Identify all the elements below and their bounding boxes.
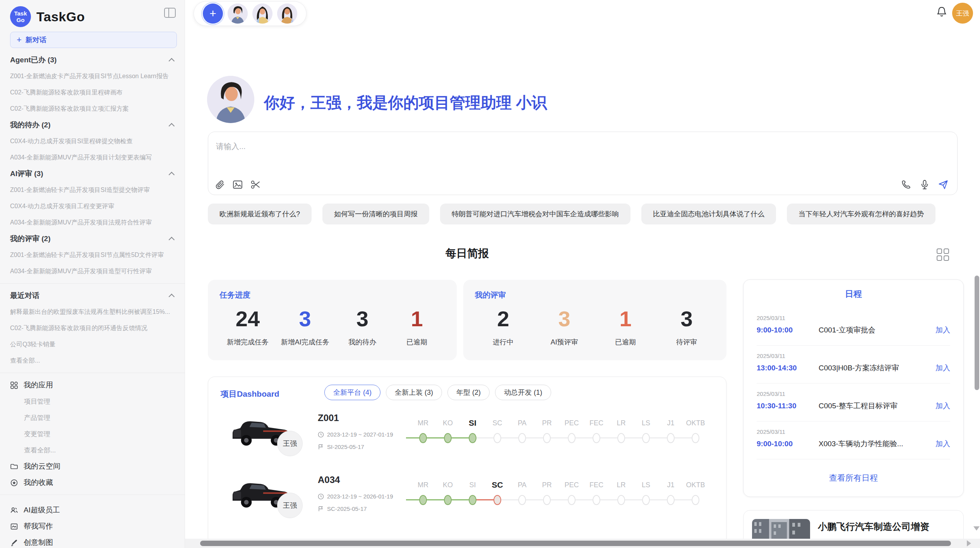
event-date: 2025/03/11 (757, 353, 950, 359)
event-time: 13:00-14:30 (757, 364, 819, 372)
sidebar-section-header[interactable]: 我的待办 (2) (10, 117, 177, 133)
stat-label: AI预评审 (543, 337, 586, 347)
sidebar-item[interactable]: 解释最新出台的欧盟报废车法规再生塑料比例被调至15%... (10, 304, 177, 320)
project-owner-avatar: 王强 (277, 431, 303, 456)
sidebar-item[interactable]: Z001-全新燃油轻卡产品开发项目SI造型提交物评审 (10, 182, 177, 198)
notification-bell-icon[interactable] (936, 6, 947, 19)
milestone-dot (469, 433, 476, 443)
stat-label: 待评审 (665, 337, 708, 347)
milestone: PR (535, 480, 559, 505)
milestone-dot (518, 495, 526, 505)
scroll-right-arrow[interactable] (967, 540, 971, 546)
project-row[interactable]: 王强 A034 2023-12-19 ~ 2026-01-19 SC-2025-… (208, 474, 727, 536)
milestone-label: SI (460, 418, 485, 428)
sidebar-app-item[interactable]: 产品管理 (10, 409, 177, 426)
milestone-label: PR (535, 480, 559, 490)
horizontal-scrollbar-thumb[interactable] (200, 541, 951, 546)
layout-grid-icon[interactable] (937, 248, 950, 262)
sidebar-app-item[interactable]: 变更管理 (10, 426, 177, 442)
agent-avatar-3[interactable] (277, 3, 297, 24)
sidebar-section-header[interactable]: 最近对话 (10, 288, 177, 304)
dashboard-filter-tab[interactable]: 动总开发 (1) (495, 385, 551, 400)
new-chat-button[interactable]: + 新对话 (10, 32, 177, 48)
assistant-avatar (207, 76, 254, 123)
sidebar-item-my-apps[interactable]: 我的应用 (10, 377, 177, 393)
sidebar-item[interactable]: C0X4-动力总成开发项目工程变更评审 (10, 198, 177, 214)
stat: 3 新增AI完成任务 (281, 307, 329, 347)
stat: 1 已逾期 (396, 307, 438, 347)
event-join-link[interactable]: 加入 (935, 325, 950, 335)
milestone: J1 (658, 418, 683, 443)
view-all-schedule-link[interactable]: 查看所有日程 (757, 473, 950, 483)
sidebar-item-ai-super-staff[interactable]: AI超级员工 (10, 502, 177, 518)
suggestion-chip[interactable]: 特朗普可能对进口汽车增税会对中国车企造成哪些影响 (440, 204, 630, 224)
sidebar-item-creative-drawing[interactable]: 创意制图 (10, 534, 177, 548)
sidebar-app-item[interactable]: 项目管理 (10, 393, 177, 409)
my-review-card: 我的评审 2 进行中 3 AI预评审 1 已逾期 3 待评审 (463, 280, 726, 360)
sidebar-item[interactable]: A034-全新新能源MUV产品开发项目法规符合性评审 (10, 214, 177, 231)
sidebar-section-title: AI评审 (3) (10, 169, 43, 179)
clock-icon (318, 432, 324, 438)
milestone-dot (667, 433, 675, 443)
image-icon[interactable] (232, 179, 243, 190)
milestone-label: LS (634, 480, 658, 490)
milestone-label: SI (460, 480, 485, 490)
milestone: LS (634, 418, 658, 443)
sidebar-item-favorites[interactable]: 我的收藏 (10, 474, 177, 491)
sidebar-item[interactable]: Z001-全新燃油皮卡产品开发项目SI节点Lesson Learn报告 (10, 68, 177, 84)
milestone-label: PR (535, 418, 559, 428)
sidebar-section-header[interactable]: Agent已办 (3) (10, 52, 177, 68)
sidebar-section-header[interactable]: AI评审 (3) (10, 166, 177, 182)
event-join-link[interactable]: 加入 (935, 363, 950, 373)
sidebar-app-item[interactable]: 查看全部... (10, 442, 177, 458)
stat: 1 已逾期 (604, 307, 647, 347)
sidebar-collapse-button[interactable] (164, 8, 176, 18)
agent-avatar-2[interactable] (252, 3, 272, 24)
dashboard-filter-tab[interactable]: 全新上装 (3) (386, 385, 442, 400)
phone-call-icon[interactable] (901, 179, 911, 190)
sidebar-item[interactable]: 查看全部... (10, 353, 177, 369)
stat-value: 3 (543, 307, 586, 331)
event-join-link[interactable]: 加入 (935, 401, 950, 411)
sidebar-item[interactable]: C02-飞腾新能源轻客改款项目立项汇报方案 (10, 101, 177, 117)
dashboard-filter-tab[interactable]: 全新平台 (4) (324, 385, 380, 400)
sidebar-section-header[interactable]: 我的评审 (2) (10, 231, 177, 247)
pen-icon (10, 539, 18, 547)
suggestion-chip[interactable]: 欧洲新规最近颁布了什么? (208, 204, 312, 224)
sidebar-item[interactable]: C02-飞腾新能源轻客改款项目的闭环通告反馈情况 (10, 320, 177, 336)
sidebar-section: Agent已办 (3) Z001-全新燃油皮卡产品开发项目SI节点Lesson … (10, 52, 177, 117)
scissors-icon[interactable] (250, 179, 261, 190)
vertical-scrollbar-thumb[interactable] (975, 276, 979, 390)
sidebar: Task Go TaskGo + 新对话 Agent已办 (3) Z001-全新… (0, 0, 185, 548)
add-agent-button[interactable]: + (203, 3, 223, 24)
scroll-down-arrow[interactable] (973, 526, 980, 531)
sidebar-item[interactable]: C0X4-动力总成开发项目SI里程碑提交物检查 (10, 133, 177, 149)
event-join-link[interactable]: 加入 (935, 439, 950, 449)
sidebar-item-cloud-space[interactable]: 我的云空间 (10, 458, 177, 474)
sidebar-item[interactable]: C02-飞腾新能源轻客改款项目里程碑画布 (10, 84, 177, 101)
milestone-label: PA (510, 480, 535, 490)
chat-input[interactable]: 请输入... (216, 141, 246, 152)
clock-icon (318, 493, 324, 500)
attachment-icon[interactable] (214, 179, 225, 190)
dashboard-filter-tab[interactable]: 年型 (2) (447, 385, 490, 400)
milestone-label: KO (435, 418, 460, 428)
send-icon[interactable] (938, 179, 949, 190)
user-avatar[interactable]: 王强 (952, 3, 973, 24)
sidebar-item[interactable]: A034-全新新能源MUV产品开发项目计划变更表编写 (10, 149, 177, 166)
sidebar-item[interactable]: A034-全新新能源MUV产品开发项目造型可行性评审 (10, 263, 177, 279)
agent-avatar-1[interactable] (228, 3, 248, 24)
milestone-dot (667, 495, 675, 505)
apps-grid-icon (10, 381, 18, 389)
sidebar-section: 我的待办 (2) C0X4-动力总成开发项目SI里程碑提交物检查A034-全新新… (10, 117, 177, 166)
milestone: FEC (584, 418, 609, 443)
sidebar-item[interactable]: Z001-全新燃油轻卡产品开发项目SI节点属性5D文件评审 (10, 247, 177, 263)
suggestion-chip[interactable]: 当下年轻人对汽车外观有怎样的喜好趋势 (787, 204, 935, 224)
sidebar-item[interactable]: 公司Q3轻卡销量 (10, 336, 177, 353)
sidebar-item-help-me-write[interactable]: 帮我写作 (10, 518, 177, 534)
suggestion-chip[interactable]: 比亚迪全固态电池计划具体说了什么 (641, 204, 776, 224)
suggestion-chip[interactable]: 如何写一份清晰的项目周报 (322, 204, 429, 224)
microphone-icon[interactable] (919, 179, 930, 190)
project-owner-avatar: 王强 (277, 493, 303, 518)
project-row[interactable]: 王强 Z001 2023-12-19 ~ 2027-01-19 SI-2025-… (208, 413, 727, 474)
